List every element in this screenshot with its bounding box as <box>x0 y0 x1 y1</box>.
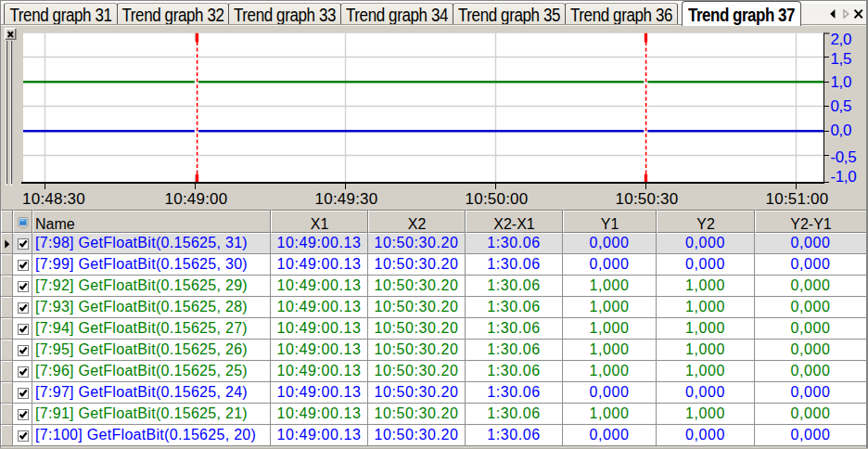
svg-text:10:49:00: 10:49:00 <box>165 190 228 208</box>
svg-text:10:48:30: 10:48:30 <box>22 190 85 208</box>
svg-text:0,0: 0,0 <box>831 122 851 139</box>
svg-text:-1,0: -1,0 <box>831 168 857 186</box>
svg-text:1,0: 1,0 <box>831 73 851 91</box>
svg-text:10:50:00: 10:50:00 <box>466 190 529 208</box>
svg-text:10:49:30: 10:49:30 <box>315 190 378 208</box>
svg-text:2,0: 2,0 <box>831 31 851 48</box>
svg-text:10:51:00: 10:51:00 <box>766 190 829 208</box>
svg-text:1,5: 1,5 <box>831 50 851 68</box>
svg-text:0,5: 0,5 <box>831 97 851 115</box>
svg-text:-0,5: -0,5 <box>831 148 857 166</box>
svg-text:10:50:30: 10:50:30 <box>616 190 679 208</box>
